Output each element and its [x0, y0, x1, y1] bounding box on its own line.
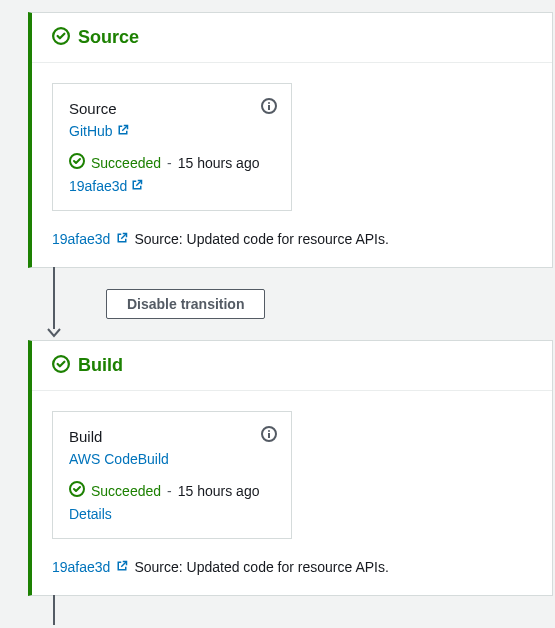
stage-body: Build AWS CodeBuild Succeeded - 15 hours…: [32, 391, 552, 559]
dash: -: [167, 483, 172, 499]
stage-title: Source: [78, 27, 139, 48]
info-icon[interactable]: [261, 98, 277, 117]
stage-footer: 19afae3d Source: Updated code for resour…: [32, 559, 552, 595]
footer-message: Source: Updated code for resource APIs.: [134, 231, 388, 247]
success-check-icon: [69, 481, 85, 500]
provider-link[interactable]: AWS CodeBuild: [69, 451, 169, 467]
external-link-icon: [117, 123, 129, 139]
stage-title: Build: [78, 355, 123, 376]
stage-transition: Disable transition: [28, 268, 553, 340]
footer-commit-link[interactable]: 19afae3d: [52, 559, 110, 575]
svg-point-7: [268, 430, 270, 432]
details-row: Details: [69, 506, 275, 522]
success-check-icon: [52, 27, 70, 48]
action-card-source: Source GitHub: [52, 83, 292, 211]
stage-body: Source GitHub: [32, 63, 552, 231]
footer-commit-link[interactable]: 19afae3d: [52, 231, 110, 247]
svg-rect-3: [268, 105, 270, 110]
arrow-down-icon: [47, 325, 61, 341]
provider-link[interactable]: GitHub: [69, 123, 113, 139]
disable-transition-button[interactable]: Disable transition: [106, 289, 265, 319]
svg-point-2: [268, 102, 270, 104]
external-link-icon: [116, 231, 128, 247]
details-link[interactable]: Details: [69, 506, 112, 522]
svg-rect-8: [268, 433, 270, 438]
status-text: Succeeded: [91, 483, 161, 499]
dash: -: [167, 155, 172, 171]
info-icon[interactable]: [261, 426, 277, 445]
arrow-line: [53, 267, 55, 329]
stage-header: Source: [32, 13, 552, 63]
action-name: Source: [69, 100, 275, 117]
pipeline-stage-source: Source Source GitHub: [28, 12, 553, 268]
time-text: 15 hours ago: [178, 155, 260, 171]
external-link-icon: [116, 559, 128, 575]
commit-link[interactable]: 19afae3d: [69, 178, 127, 194]
footer-message: Source: Updated code for resource APIs.: [134, 559, 388, 575]
time-text: 15 hours ago: [178, 483, 260, 499]
external-link-icon: [131, 178, 143, 194]
action-name: Build: [69, 428, 275, 445]
stage-header: Build: [32, 341, 552, 391]
provider-row: GitHub: [69, 123, 275, 139]
status-row: Succeeded - 15 hours ago: [69, 481, 275, 500]
success-check-icon: [69, 153, 85, 172]
arrow-line: [53, 595, 55, 625]
provider-row: AWS CodeBuild: [69, 451, 275, 467]
commit-row: 19afae3d: [69, 178, 275, 194]
action-card-build: Build AWS CodeBuild Succeeded - 15 hours…: [52, 411, 292, 539]
status-text: Succeeded: [91, 155, 161, 171]
success-check-icon: [52, 355, 70, 376]
status-row: Succeeded - 15 hours ago: [69, 153, 275, 172]
stage-transition-bottom: [28, 596, 553, 626]
stage-footer: 19afae3d Source: Updated code for resour…: [32, 231, 552, 267]
pipeline-stage-build: Build Build AWS CodeBuild: [28, 340, 553, 596]
